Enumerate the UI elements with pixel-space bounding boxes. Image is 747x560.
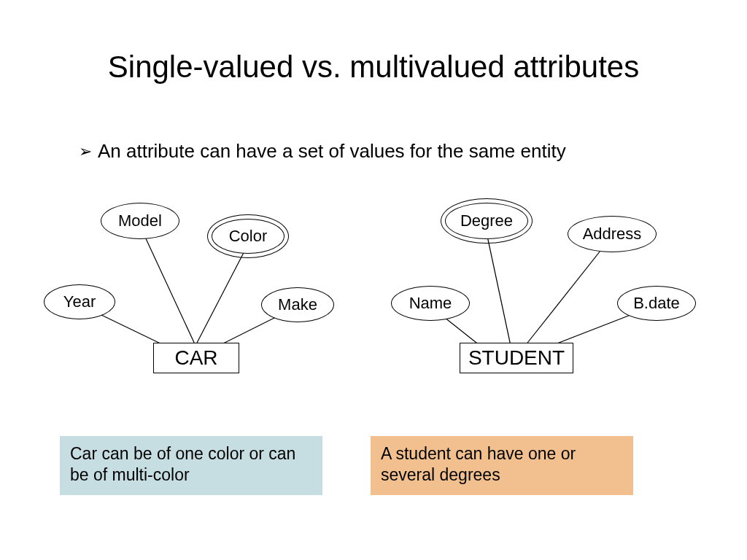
svg-line-5	[525, 237, 611, 346]
attr-color-multivalued: Color	[212, 219, 285, 254]
attr-address: Address	[568, 216, 657, 252]
caption-student: A student can have one or several degree…	[371, 436, 633, 495]
slide: Single-valued vs. multivalued attributes…	[0, 0, 747, 560]
attr-model: Model	[101, 203, 179, 239]
svg-line-4	[485, 226, 511, 346]
attr-make: Make	[261, 287, 334, 322]
bullet-text: An attribute can have a set of values fo…	[98, 140, 566, 163]
svg-line-1	[196, 244, 248, 346]
bullet-arrow-icon: ➢	[79, 144, 92, 160]
entity-student: STUDENT	[460, 343, 573, 373]
caption-car: Car can be of one color or can be of mul…	[60, 436, 322, 495]
attr-year: Year	[44, 284, 115, 319]
slide-title: Single-valued vs. multivalued attributes	[0, 50, 747, 85]
entity-car: CAR	[153, 343, 239, 373]
bullet-line: ➢ An attribute can have a set of values …	[79, 140, 566, 163]
attr-degree-multivalued: Degree	[445, 203, 528, 239]
attr-bdate: B.date	[617, 286, 696, 321]
attr-name: Name	[391, 286, 470, 321]
er-diagram: Model Color Year Make CAR Degree Address…	[0, 190, 747, 394]
svg-line-0	[140, 226, 196, 346]
